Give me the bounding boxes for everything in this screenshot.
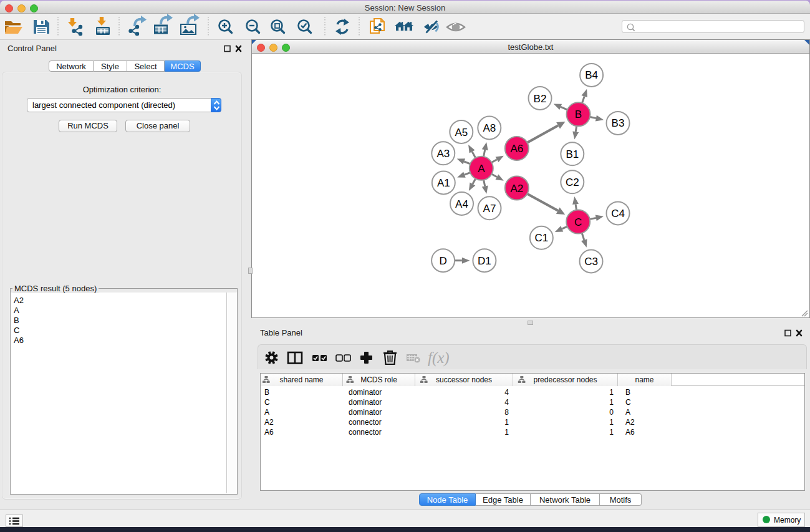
svg-text:f(x): f(x) bbox=[428, 349, 450, 367]
svg-text:Memory: Memory bbox=[774, 516, 801, 525]
